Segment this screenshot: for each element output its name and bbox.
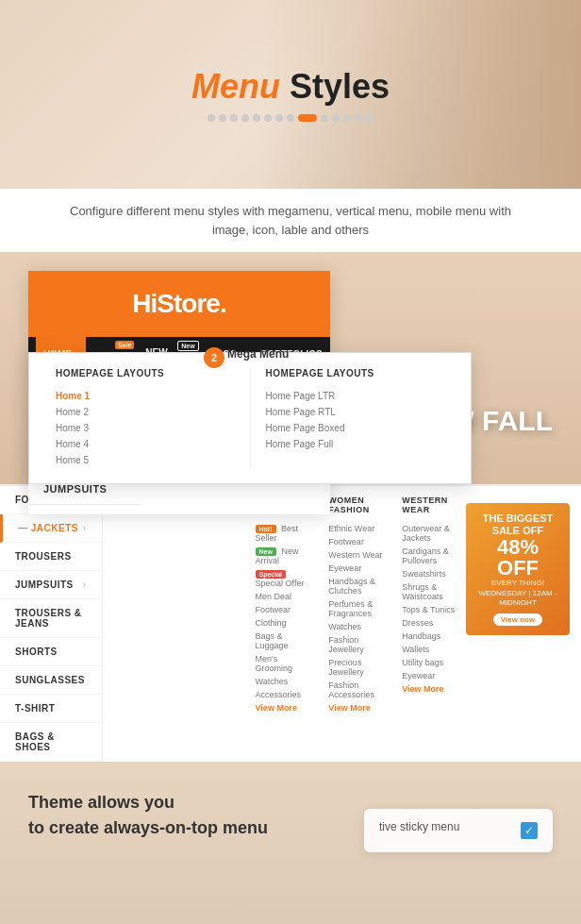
mega-dropdown: 2 Mega Menu HOMEPAGE LAYOUTS Home 1 Home… bbox=[28, 352, 472, 484]
hero-title-menu: Menu bbox=[191, 67, 280, 106]
hero-subtitle: Configure different menu styles with meg… bbox=[0, 189, 581, 252]
v-item-shorts[interactable]: SHORTS bbox=[0, 638, 102, 666]
mega-divider bbox=[250, 368, 251, 468]
mega-item-rtl[interactable]: Home Page RTL bbox=[266, 404, 445, 420]
v-item-view-more-men[interactable]: View More bbox=[256, 701, 310, 714]
sale-banner-everything: EVERY THING! bbox=[473, 579, 562, 588]
v-item-tshirt[interactable]: T-SHIRT bbox=[0, 695, 102, 723]
bottom-section: Theme allows you to create always-on-top… bbox=[0, 762, 581, 924]
v-item-accessories[interactable]: Accessories bbox=[256, 688, 310, 701]
mega-badge-label: Mega Menu bbox=[227, 347, 289, 361]
badge-hot: Hot! bbox=[256, 525, 276, 533]
v-item-tops[interactable]: Tops & Tunics bbox=[402, 603, 456, 616]
sale-banner-time: WEDNESDAY | 12AM - MIDNIGHT bbox=[473, 589, 562, 609]
v-item-jackets[interactable]: — JACKETS › bbox=[0, 514, 102, 543]
v-mega-col-men: MEN FASHION Hot! Best Seller New New Arr… bbox=[246, 496, 320, 752]
mega-col-1: HOMEPAGE LAYOUTS Home 1 Home 2 Home 3 Ho… bbox=[44, 368, 246, 468]
v-item-fashion-jewellery[interactable]: Fashion Jewellery bbox=[328, 633, 383, 656]
bottom-text-line2: to create always-on-top menu bbox=[28, 815, 364, 841]
mega-item-home5[interactable]: Home 5 bbox=[56, 452, 235, 468]
v-item-fashion-accessories[interactable]: Fashion Accessories bbox=[328, 679, 383, 701]
mega-item-home1[interactable]: Home 1 bbox=[56, 388, 235, 404]
mega-col-2: HOMEPAGE LAYOUTS Home Page LTR Home Page… bbox=[255, 368, 456, 468]
nav-badge-sale: Sale bbox=[115, 341, 134, 349]
v-item-jumpsuits-arrow: › bbox=[83, 580, 87, 590]
badge-special: Special bbox=[256, 570, 287, 579]
v-item-women-watches[interactable]: Watches bbox=[328, 620, 383, 633]
v-item-jackets-arrow: › bbox=[83, 523, 87, 533]
v-item-wallets[interactable]: Wallets bbox=[402, 643, 456, 656]
badge-new: New bbox=[256, 547, 276, 556]
v-mega-col-women-title: WOMEN FASHION bbox=[328, 496, 383, 514]
v-item-view-more-western[interactable]: View More bbox=[402, 682, 456, 696]
bottom-text-line1: Theme allows you bbox=[28, 793, 174, 812]
hero-title-styles: Styles bbox=[280, 67, 390, 106]
mega-item-home2[interactable]: Home 2 bbox=[56, 404, 235, 420]
v-item-trousers-jeans[interactable]: TROUSERS & JEANS bbox=[0, 599, 102, 638]
v-item-trousers[interactable]: TROUSERS bbox=[0, 543, 102, 571]
v-item-women-footwear[interactable]: Footwear bbox=[328, 535, 383, 548]
v-item-new-arrival[interactable]: New New Arrival bbox=[256, 545, 310, 567]
v-item-ethnic-wear[interactable]: Ethnic Wear bbox=[328, 522, 383, 535]
mega-item-ltr[interactable]: Home Page LTR bbox=[266, 388, 445, 404]
nav-badge-new: New bbox=[177, 341, 198, 351]
vertical-sidebar: FOOTWEAR — JACKETS › TROUSERS JUMPSUITS … bbox=[0, 486, 103, 762]
v-item-men-deal[interactable]: Men Deal bbox=[256, 590, 310, 603]
sticky-label: tive sticky menu bbox=[379, 820, 459, 833]
v-item-cardigans[interactable]: Cardigans & Pullovers bbox=[402, 545, 456, 567]
sale-banner: THE BIGGEST SALE OFF 48% OFF EVERY THING… bbox=[466, 503, 570, 635]
v-item-special-offer[interactable]: Special Special Offer bbox=[256, 567, 310, 590]
mega-badge-number: 2 bbox=[204, 347, 224, 368]
v-item-handbags[interactable]: Handbags & Clutches bbox=[328, 575, 383, 597]
mega-item-boxed[interactable]: Home Page Boxed bbox=[266, 420, 445, 436]
sticky-checkbox-row: tive sticky menu ✓ bbox=[379, 820, 538, 841]
mega-item-full[interactable]: Home Page Full bbox=[266, 436, 445, 452]
sticky-checkbox[interactable]: ✓ bbox=[521, 822, 538, 839]
v-item-eyewear[interactable]: Eyewear bbox=[328, 562, 383, 575]
v-item-sunglasses[interactable]: SUNGLASSES bbox=[0, 666, 102, 695]
hero-section: Menu Styles bbox=[0, 0, 581, 189]
v-item-mens-grooming[interactable]: Men's Grooming bbox=[256, 652, 310, 675]
v-item-clothing[interactable]: Clothing bbox=[256, 616, 310, 630]
v-item-perfumes[interactable]: Perfumes & Fragrances bbox=[328, 597, 383, 620]
v-item-western-wear[interactable]: Western Wear bbox=[328, 548, 383, 562]
sale-banner-view-now[interactable]: View now bbox=[493, 613, 542, 626]
sticky-menu-widget: tive sticky menu ✓ bbox=[364, 809, 553, 852]
sale-banner-percent: 48% OFF bbox=[473, 537, 562, 579]
v-item-western-eyewear[interactable]: Eyewear bbox=[402, 669, 456, 682]
v-item-utility-bags[interactable]: Utility bags bbox=[402, 656, 456, 669]
mega-col2-title: HOMEPAGE LAYOUTS bbox=[266, 368, 445, 378]
v-item-precious-jewellery[interactable]: Precious Jewellery bbox=[328, 656, 383, 679]
demo-area: HiStore. HOME ▾ Sale SHOP ▾ New NEW ARRI… bbox=[0, 252, 581, 762]
hero-title: Menu Styles bbox=[191, 67, 390, 107]
v-item-jackets-label: — JACKETS bbox=[18, 523, 78, 533]
v-item-sweatshirts[interactable]: Sweatshirts bbox=[402, 567, 456, 580]
hero-pagination bbox=[208, 114, 374, 122]
v-item-jumpsuits[interactable]: JUMPSUITS › bbox=[0, 571, 102, 599]
mega-item-home4[interactable]: Home 4 bbox=[56, 436, 235, 452]
v-mega-col-women: WOMEN FASHION Ethnic Wear Footwear Weste… bbox=[319, 496, 392, 752]
mega-col1-title: HOMEPAGE LAYOUTS bbox=[56, 368, 235, 378]
mega-item-home3[interactable]: Home 3 bbox=[56, 420, 235, 436]
v-item-best-seller[interactable]: Hot! Best Seller bbox=[256, 522, 310, 545]
v-mega-col-western: WESTERN WEAR Outerwear & Jackets Cardiga… bbox=[392, 496, 466, 752]
v-mega-col-western-title: WESTERN WEAR bbox=[402, 496, 456, 514]
vertical-mega-content: MEN FASHION Hot! Best Seller New New Arr… bbox=[235, 486, 581, 762]
bottom-widgets: tive sticky menu ✓ bbox=[364, 799, 553, 852]
bottom-text-block: Theme allows you to create always-on-top… bbox=[28, 790, 364, 841]
v-item-men-footwear[interactable]: Footwear bbox=[256, 603, 310, 616]
v-item-western-handbags[interactable]: Handbags bbox=[402, 630, 456, 643]
v-item-dresses[interactable]: Dresses bbox=[402, 616, 456, 630]
vertical-menu-section: FOOTWEAR — JACKETS › TROUSERS JUMPSUITS … bbox=[0, 484, 581, 762]
store-header: HiStore. bbox=[28, 271, 330, 337]
v-item-outerwear[interactable]: Outerwear & Jackets bbox=[402, 522, 456, 545]
v-item-shrugs[interactable]: Shrugs & Waistcoats bbox=[402, 580, 456, 603]
v-item-watches-men[interactable]: Watches bbox=[256, 675, 310, 688]
v-item-bags-luggage[interactable]: Bags & Luggage bbox=[256, 630, 310, 652]
v-item-view-more-women[interactable]: View More bbox=[328, 701, 383, 714]
sale-banner-top-text: THE BIGGEST SALE OFF bbox=[473, 512, 562, 537]
v-item-bags-shoes[interactable]: BAGS & SHOES bbox=[0, 723, 102, 762]
v-item-jumpsuits-label: JUMPSUITS bbox=[15, 580, 74, 590]
bottom-text: Theme allows you to create always-on-top… bbox=[28, 790, 364, 841]
store-logo: HiStore. bbox=[132, 289, 225, 319]
